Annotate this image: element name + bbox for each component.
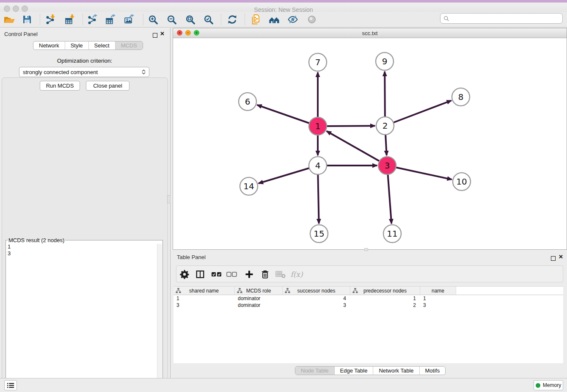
import-network-button[interactable]: [43, 13, 58, 26]
refresh-view-button[interactable]: [225, 13, 240, 26]
node-table: shared nameMCDS rolesuccessor nodesprede…: [173, 286, 563, 363]
close-panel-button[interactable]: Close panel: [86, 81, 129, 91]
result-scrollbar[interactable]: [157, 244, 162, 392]
graph-node-1[interactable]: 1: [309, 117, 327, 135]
table-float-panel-icon[interactable]: [551, 255, 556, 262]
graph-node-14[interactable]: 14: [240, 177, 258, 195]
table-cell: 1: [350, 295, 420, 301]
float-panel-icon[interactable]: [153, 32, 157, 39]
refresh-view-icon: [227, 14, 237, 25]
table-cell: 4: [283, 295, 350, 301]
graph-node-11[interactable]: 11: [383, 225, 401, 243]
mcds-result-box: MCDS result (2 nodes) 1 3: [6, 237, 163, 392]
graph-edge-3-1[interactable]: [327, 131, 387, 166]
memory-button[interactable]: Memory: [534, 380, 563, 390]
status-bar: Memory: [0, 378, 567, 392]
tab-motifs[interactable]: Motifs: [419, 367, 446, 375]
tab-select[interactable]: Select: [88, 41, 115, 50]
tab-mcds[interactable]: MCDS: [115, 41, 143, 50]
table-cell: 1: [173, 295, 235, 301]
hide-selected-button[interactable]: [285, 13, 300, 26]
column-label: successor nodes: [297, 288, 335, 294]
clear-checkbox-button[interactable]: [225, 268, 239, 281]
export-network-button[interactable]: [85, 13, 100, 26]
graph-node-4[interactable]: 4: [309, 157, 327, 174]
graph-node-8[interactable]: 8: [452, 88, 470, 106]
table-cell: dominator: [235, 295, 283, 301]
memory-status-icon: [536, 383, 540, 388]
control-panel: Control Panel ✕ NetworkStyleSelectMCDS O…: [0, 28, 170, 378]
close-panel-icon[interactable]: ✕: [160, 31, 165, 36]
zoom-fit-button[interactable]: [183, 13, 198, 26]
graph-edge-2-8[interactable]: [385, 101, 451, 126]
zoom-selected-button[interactable]: [201, 13, 216, 26]
add-icon: [245, 270, 253, 279]
toolbar-separator: [245, 14, 245, 25]
column-label: name: [432, 288, 444, 294]
table-row[interactable]: 3dominator323: [173, 302, 563, 309]
tab-style[interactable]: Style: [65, 41, 88, 50]
table-tabs: Node TableEdge TableNetwork TableMotifs: [295, 366, 446, 375]
table-options-button[interactable]: [178, 268, 191, 281]
graph-node-3[interactable]: 3: [378, 157, 396, 174]
graph-node-6[interactable]: 6: [239, 93, 256, 110]
graph-edge-3-10[interactable]: [387, 166, 452, 179]
graph-node-label: 3: [385, 160, 390, 171]
export-table-button[interactable]: [103, 13, 118, 26]
graph-node-label: 7: [315, 57, 321, 67]
export-network-icon: [87, 14, 98, 25]
import-network-icon: [45, 14, 56, 25]
optimization-criterion-label: Optimization criterion:: [0, 58, 169, 64]
table-row[interactable]: 1dominator411: [173, 295, 563, 302]
graph-edge-1-6[interactable]: [257, 105, 318, 126]
graph-node-15[interactable]: 15: [310, 225, 328, 243]
first-neighbors-button[interactable]: [267, 13, 282, 26]
select-all-checkbox-button[interactable]: [210, 268, 223, 281]
column-header-MCDS-role[interactable]: MCDS role: [235, 287, 283, 295]
show-all-icon: [307, 14, 317, 25]
open-session-button[interactable]: [2, 13, 17, 26]
graph-node-label: 8: [458, 92, 464, 102]
export-image-button[interactable]: [122, 13, 137, 26]
zoom-in-button[interactable]: [146, 13, 161, 26]
search-input[interactable]: [451, 15, 562, 22]
network-canvas[interactable]: 7968124314101511: [173, 38, 567, 249]
graph-node-9[interactable]: 9: [376, 52, 394, 70]
toolbar-separator: [40, 14, 40, 25]
search-box[interactable]: [440, 13, 563, 24]
graph-node-2[interactable]: 2: [376, 117, 394, 135]
select-all-checkbox-icon: [211, 271, 222, 278]
add-button[interactable]: [242, 268, 256, 281]
splitter-handle-icon[interactable]: [167, 195, 171, 203]
table-splitter-handle-icon[interactable]: [364, 248, 368, 251]
delete-table-icon: [275, 271, 286, 278]
tab-network[interactable]: Network: [33, 41, 65, 50]
task-history-button[interactable]: [4, 380, 17, 390]
column-header-predecessor-nodes[interactable]: predecessor nodes: [350, 287, 420, 295]
zoom-out-icon: [167, 14, 177, 25]
column-header-successor-nodes[interactable]: successor nodes: [283, 287, 350, 295]
table-cell: 2: [350, 302, 420, 308]
memory-label: Memory: [543, 382, 561, 388]
import-table-button[interactable]: [63, 13, 78, 26]
network-window-titlebar[interactable]: × − + scc.txt: [173, 28, 567, 38]
tab-network-table[interactable]: Network Table: [373, 367, 419, 375]
toggle-column-view-button[interactable]: [193, 268, 207, 281]
graph-node-7[interactable]: 7: [309, 53, 327, 71]
import-table-icon: [65, 14, 76, 25]
graph-node-label: 11: [387, 229, 397, 239]
save-session-button[interactable]: [19, 13, 35, 26]
tab-edge-table[interactable]: Edge Table: [334, 367, 373, 375]
table-close-panel-icon[interactable]: ✕: [559, 254, 563, 259]
delete-button[interactable]: [258, 268, 272, 281]
run-mcds-button[interactable]: Run MCDS: [40, 81, 80, 91]
graph-node-label: 15: [314, 229, 324, 239]
optimization-criterion-select[interactable]: strongly connected component: [19, 67, 149, 77]
graph-node-10[interactable]: 10: [453, 173, 471, 190]
column-header-name[interactable]: name: [420, 287, 456, 295]
duplicate-network-button[interactable]: [248, 13, 264, 26]
zoom-out-button[interactable]: [164, 13, 179, 26]
tab-node-table[interactable]: Node Table: [295, 367, 334, 375]
column-header-shared-name[interactable]: shared name: [173, 287, 235, 295]
open-session-icon: [4, 14, 15, 25]
